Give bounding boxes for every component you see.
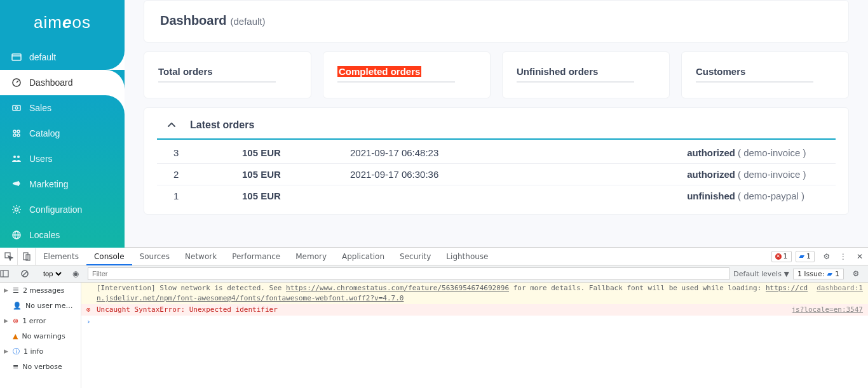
order-amount: 105 EUR: [242, 147, 350, 158]
order-status: unfinished: [560, 191, 738, 201]
marketing-icon: [11, 179, 22, 189]
card-customers[interactable]: Customers: [681, 51, 849, 98]
svg-rect-18: [1, 271, 8, 277]
sidebar-item-locales[interactable]: Locales: [0, 222, 125, 248]
console-line-error[interactable]: ⊗ Uncaught SyntaxError: Unexpected ident…: [81, 304, 868, 316]
card-completed-orders[interactable]: Completed orders: [323, 51, 491, 98]
brand-text: aimeos: [34, 13, 91, 32]
page-header: Dashboard (default): [144, 0, 849, 43]
tab-console[interactable]: Console: [86, 248, 132, 265]
stat-cards: Total orders Completed orders Unfinished…: [144, 51, 849, 98]
order-id: 2: [166, 169, 242, 180]
card-title: Completed orders: [337, 66, 421, 77]
console-prompt[interactable]: ›: [81, 316, 868, 328]
card-title: Customers: [696, 66, 745, 77]
sidebar-site-label: default: [29, 52, 56, 62]
sidebar-item-label: Configuration: [29, 204, 82, 215]
order-status: authorized: [560, 169, 738, 180]
app-root: aimeos default Dashboard Sales: [0, 0, 868, 247]
sidebar-row-verbose[interactable]: ≡No verbose: [0, 359, 81, 374]
console-message: Uncaught SyntaxError: Unexpected identif…: [97, 305, 785, 315]
sidebar-item-label: Users: [29, 154, 53, 164]
sidebar-row-nouser[interactable]: 👤No user me…: [0, 298, 81, 313]
tab-performance[interactable]: Performance: [224, 248, 288, 265]
error-icon: ⊗: [86, 305, 97, 315]
device-toggle-icon[interactable]: [18, 248, 36, 265]
card-underline: [517, 81, 634, 83]
order-method: ( demo-paypal ): [738, 191, 827, 201]
order-row[interactable]: 3 105 EUR 2021-09-17 06:48:23 authorized…: [157, 142, 836, 164]
console-line-warning[interactable]: [Intervention] Slow network is detected.…: [81, 283, 868, 304]
sidebar-item-label: Sales: [29, 103, 51, 113]
close-icon[interactable]: ✕: [851, 252, 868, 261]
live-expression-icon[interactable]: ◉: [67, 269, 84, 278]
inspect-icon[interactable]: [0, 248, 18, 265]
console-message: [Intervention] Slow network is detected.…: [97, 283, 810, 304]
svg-point-8: [17, 134, 20, 137]
console-source[interactable]: dashboard:1: [810, 283, 863, 304]
sidebar-item-marketing[interactable]: Marketing: [0, 171, 125, 197]
error-count-badge[interactable]: ✕1: [771, 251, 792, 262]
tab-application[interactable]: Application: [334, 248, 392, 265]
svg-point-6: [17, 130, 20, 133]
sidebar-item-users[interactable]: Users: [0, 146, 125, 171]
sidebar-item-sales[interactable]: Sales: [0, 95, 125, 121]
card-underline: [696, 81, 813, 83]
page-context: (default): [230, 16, 265, 27]
console-link[interactable]: https://www.chromestatus.com/feature/563…: [286, 284, 509, 292]
log-levels[interactable]: Default levels ▼: [733, 270, 789, 278]
console-output: [Intervention] Slow network is detected.…: [81, 283, 868, 388]
sidebar-item-label: Marketing: [29, 179, 68, 189]
tab-sources[interactable]: Sources: [132, 248, 177, 265]
svg-point-7: [13, 134, 16, 137]
card-unfinished-orders[interactable]: Unfinished orders: [502, 51, 670, 98]
tab-security[interactable]: Security: [392, 248, 438, 265]
sidebar-item-dashboard[interactable]: Dashboard: [0, 70, 125, 95]
sidebar-row-error[interactable]: ▶⊗1 error: [0, 313, 81, 328]
console-body: ▶☰2 messages 👤No user me… ▶⊗1 error ▲No …: [0, 283, 868, 388]
tab-elements[interactable]: Elements: [36, 248, 86, 265]
sidebar-top-wrap: default: [0, 44, 125, 70]
order-date: 2021-09-17 06:48:23: [350, 147, 560, 158]
svg-point-4: [15, 107, 18, 109]
card-title: Unfinished orders: [517, 66, 598, 77]
sidebar-item-catalog[interactable]: Catalog: [0, 121, 125, 146]
devtools-panel: Elements Console Sources Network Perform…: [0, 247, 868, 388]
issues-badge[interactable]: 1 Issue: ▰ 1: [793, 269, 844, 279]
order-row[interactable]: 2 105 EUR 2021-09-17 06:30:36 authorized…: [157, 164, 836, 185]
context-select[interactable]: top: [41, 269, 64, 278]
order-row[interactable]: 1 105 EUR unfinished ( demo-paypal ): [157, 185, 836, 206]
devtools-tabbar: Elements Console Sources Network Perform…: [0, 248, 868, 265]
config-icon: [11, 204, 22, 215]
order-method: ( demo-invoice ): [738, 147, 827, 158]
latest-orders-header[interactable]: Latest orders: [157, 119, 836, 138]
card-total-orders[interactable]: Total orders: [144, 51, 311, 98]
users-icon: [11, 154, 22, 164]
console-settings-icon[interactable]: ⚙: [848, 269, 864, 278]
settings-icon[interactable]: ⚙: [818, 252, 835, 261]
tab-network[interactable]: Network: [177, 248, 224, 265]
catalog-icon: [11, 128, 22, 138]
tab-lighthouse[interactable]: Lighthouse: [438, 248, 496, 265]
card-underline: [337, 81, 455, 83]
sidebar-row-warn[interactable]: ▲No warnings: [0, 328, 81, 344]
locales-icon: [11, 230, 22, 240]
message-count-badge[interactable]: ▰1: [796, 251, 815, 262]
more-icon[interactable]: ⋮: [835, 252, 851, 261]
card-title: Total orders: [158, 66, 213, 77]
clear-console-icon[interactable]: [20, 269, 37, 278]
console-source[interactable]: js?locale=en:3547: [785, 305, 863, 315]
page-title: Dashboard: [160, 13, 226, 28]
chevron-up-icon: [166, 119, 177, 131]
svg-point-10: [17, 156, 20, 158]
sidebar-item-label: Catalog: [29, 128, 60, 138]
sidebar-item-configuration[interactable]: Configuration: [0, 197, 125, 222]
svg-point-5: [13, 130, 16, 133]
sidebar-item-site[interactable]: default: [0, 44, 125, 70]
tab-memory[interactable]: Memory: [288, 248, 334, 265]
sidebar-toggle-icon[interactable]: [0, 269, 17, 278]
sidebar-row-info[interactable]: ▶ⓘ1 info: [0, 344, 81, 359]
svg-point-11: [15, 208, 18, 211]
sidebar-row-messages[interactable]: ▶☰2 messages: [0, 283, 81, 298]
filter-input[interactable]: [88, 267, 729, 280]
